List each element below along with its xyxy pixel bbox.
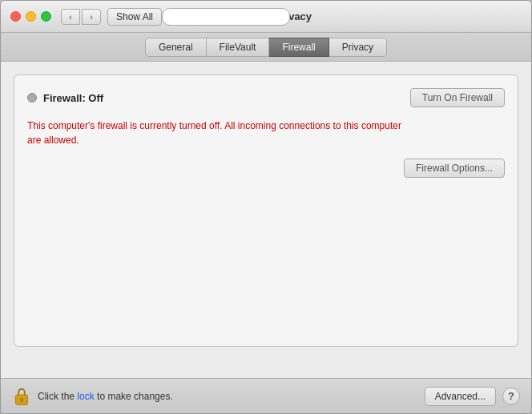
firewall-status-row: Firewall: Off Turn On Firewall: [27, 88, 505, 107]
bottom-right: Advanced... ?: [425, 387, 520, 406]
tab-filevault[interactable]: FileVault: [207, 38, 270, 57]
firewall-message: This computer's firewall is currently tu…: [27, 119, 412, 147]
firewall-status-label: Firewall: Off: [43, 92, 103, 104]
maximize-button[interactable]: [41, 11, 51, 22]
search-wrapper: 🔍: [162, 8, 290, 26]
turn-on-firewall-button[interactable]: Turn On Firewall: [410, 88, 505, 107]
status-left: Firewall: Off: [27, 92, 103, 104]
lock-text-suffix: to make changes.: [97, 391, 173, 402]
firewall-panel: Firewall: Off Turn On Firewall This comp…: [14, 74, 518, 347]
traffic-lights: [10, 11, 51, 22]
main-window: ‹ › Show All Security & Privacy 🔍 Genera…: [0, 0, 532, 414]
advanced-button[interactable]: Advanced...: [425, 387, 496, 406]
minimize-button[interactable]: [26, 11, 36, 22]
tab-firewall[interactable]: Firewall: [269, 38, 328, 57]
bottombar: Click the lock to make changes. Advanced…: [1, 378, 531, 413]
firewall-options-row: Firewall Options...: [27, 159, 505, 178]
main-content: Firewall: Off Turn On Firewall This comp…: [1, 62, 531, 378]
titlebar: ‹ › Show All Security & Privacy 🔍: [1, 1, 531, 33]
tab-general[interactable]: General: [145, 38, 207, 57]
status-indicator: [27, 93, 37, 102]
show-all-button[interactable]: Show All: [107, 8, 162, 26]
lock-text: Click the lock to make changes.: [38, 391, 173, 402]
tab-privacy[interactable]: Privacy: [329, 38, 387, 57]
forward-button[interactable]: ›: [82, 9, 101, 25]
tabs-toolbar: General FileVault Firewall Privacy: [1, 33, 531, 62]
nav-buttons: ‹ ›: [61, 9, 101, 25]
back-button[interactable]: ‹: [61, 9, 80, 25]
lock-icon: [12, 386, 31, 407]
search-input[interactable]: [162, 8, 290, 26]
svg-rect-2: [21, 399, 22, 402]
close-button[interactable]: [10, 11, 21, 22]
firewall-options-button[interactable]: Firewall Options...: [404, 159, 505, 178]
help-button[interactable]: ?: [502, 388, 520, 405]
lock-link[interactable]: lock: [77, 391, 94, 402]
lock-text-prefix: Click the: [38, 391, 75, 402]
